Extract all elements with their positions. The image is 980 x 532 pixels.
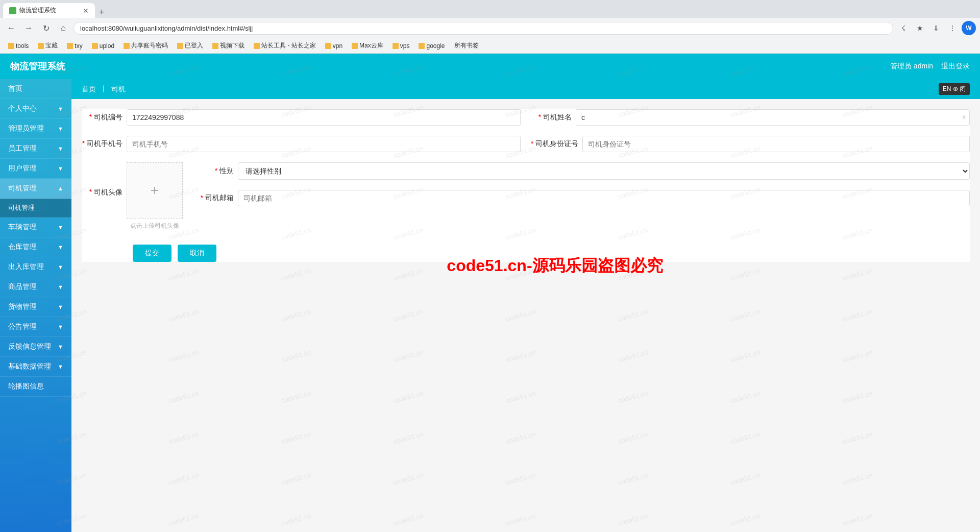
required-star: *	[531, 139, 533, 148]
driver-email-label: * 司机邮箱	[193, 194, 234, 203]
sidebar-item-vehicle-mgmt[interactable]: 车辆管理 ▼	[0, 217, 71, 237]
breadcrumb: 首页 丨 司机 EN ⊕ 闭	[71, 79, 980, 99]
driver-phone-input[interactable]	[127, 136, 521, 152]
active-tab[interactable]: 物流管理系统 ✕	[3, 3, 95, 18]
sidebar-item-inout-mgmt[interactable]: 出入库管理 ▼	[0, 257, 71, 277]
admin-label: 管理员 admin	[890, 62, 933, 71]
home-button[interactable]: ⌂	[56, 21, 70, 35]
bookmark-button[interactable]: ★	[913, 21, 927, 35]
bookmark-uplod[interactable]: uplod	[88, 41, 118, 51]
sidebar-item-personal[interactable]: 个人中心 ▼	[0, 99, 71, 119]
driver-name-input[interactable]	[576, 109, 970, 126]
required-star: *	[82, 139, 85, 148]
sidebar-item-staff-mgmt[interactable]: 员工管理 ▼	[0, 139, 71, 159]
sidebar-item-driver-mgmt-sub[interactable]: 司机管理	[0, 199, 71, 217]
bookmark-folder-icon	[325, 43, 331, 49]
back-button[interactable]: ←	[4, 21, 18, 35]
app-title: 物流管理系统	[10, 60, 65, 72]
header-right: 管理员 admin 退出登录	[890, 62, 970, 71]
driver-phone-label: * 司机手机号	[82, 139, 122, 149]
driver-number-group: * 司机编号	[82, 109, 521, 126]
bookmark-maxcdn[interactable]: Max云库	[348, 40, 387, 52]
plus-icon: +	[151, 182, 159, 199]
bookmark-logged-in[interactable]: 已登入	[173, 40, 207, 52]
sidebar-item-user-mgmt[interactable]: 用户管理 ▼	[0, 159, 71, 179]
refresh-button[interactable]: ↻	[39, 21, 53, 35]
gender-group: * 性别 请选择性别 男 女	[193, 162, 970, 180]
new-tab-button[interactable]: +	[95, 7, 109, 18]
driver-number-input[interactable]	[127, 109, 521, 126]
bookmark-folder-icon	[177, 43, 183, 49]
address-bar[interactable]	[74, 22, 893, 35]
logout-button[interactable]: 退出登录	[941, 62, 970, 71]
clear-icon[interactable]: ☓	[962, 113, 966, 122]
forward-button[interactable]: →	[21, 21, 36, 35]
sidebar-item-feedback-mgmt[interactable]: 反馈信息管理 ▼	[0, 337, 71, 357]
sidebar-item-goods-mgmt[interactable]: 商品管理 ▼	[0, 277, 71, 297]
driver-id-label: * 司机身份证号	[531, 139, 578, 149]
sidebar-item-carousel[interactable]: 轮播图信息	[0, 377, 71, 397]
bookmark-baozang[interactable]: 宝藏	[34, 40, 62, 52]
chevron-down-icon: ▼	[58, 324, 63, 330]
driver-name-group: * 司机姓名 ☓	[531, 109, 970, 126]
bookmark-folder-icon	[8, 43, 14, 49]
breadcrumb-home[interactable]: 首页	[82, 85, 96, 94]
browser-chrome: 物流管理系统 ✕ + ← → ↻ ⌂ ☇ ★ ⇓ ⋮ W tools 宝藏 tx…	[0, 0, 980, 54]
download-button[interactable]: ⇓	[929, 21, 943, 35]
form-section: * 司机编号 * 司机姓名 ☓	[82, 109, 970, 262]
tab-close-button[interactable]: ✕	[83, 7, 89, 15]
sidebar-item-driver-mgmt[interactable]: 司机管理 ▲	[0, 179, 71, 199]
bookmark-folder-icon	[254, 43, 260, 49]
sidebar-item-base-data-mgmt[interactable]: 基础数据管理 ▼	[0, 357, 71, 377]
browser-toolbar: ← → ↻ ⌂ ☇ ★ ⇓ ⋮ W	[0, 18, 980, 38]
bookmark-webmaster[interactable]: 站长工具 - 站长之家	[250, 40, 320, 52]
driver-id-group: * 司机身份证号	[531, 136, 970, 152]
driver-email-input[interactable]	[238, 190, 970, 206]
sidebar-menu: 首页 个人中心 ▼ 管理员管理 ▼ 员工管理 ▼ 用户管理 ▼	[0, 79, 71, 397]
avatar-upload-box[interactable]: +	[127, 162, 183, 219]
profile-button[interactable]: W	[962, 21, 976, 35]
bookmark-shared-password[interactable]: 共享账号密码	[119, 40, 172, 52]
bookmark-folder-icon	[124, 43, 130, 49]
gender-label: * 性别	[193, 166, 234, 176]
bookmark-video-download[interactable]: 视频下载	[208, 40, 249, 52]
bookmark-folder-icon	[92, 43, 98, 49]
driver-email-group: * 司机邮箱	[193, 190, 970, 206]
bookmark-folder-icon	[393, 43, 399, 49]
chevron-down-icon: ▼	[58, 304, 63, 310]
breadcrumb-current: 司机	[111, 85, 126, 94]
bookmark-all[interactable]: 所有书签	[450, 40, 483, 52]
settings-button[interactable]: ⋮	[945, 21, 960, 35]
chevron-down-icon: ▼	[58, 344, 63, 350]
submit-button[interactable]: 提交	[133, 245, 172, 262]
bookmark-folder-icon	[352, 43, 358, 49]
chevron-down-icon: ▼	[58, 165, 63, 172]
content-area: * 司机编号 * 司机姓名 ☓	[71, 99, 980, 532]
sidebar-item-cargo-mgmt[interactable]: 货物管理 ▼	[0, 297, 71, 317]
sidebar-item-announcement-mgmt[interactable]: 公告管理 ▼	[0, 317, 71, 337]
chevron-down-icon: ▼	[58, 284, 63, 290]
bookmark-google[interactable]: google	[414, 41, 449, 51]
lang-button[interactable]: EN ⊕ 闭	[939, 83, 970, 95]
driver-id-input[interactable]	[582, 136, 970, 152]
bookmark-txy[interactable]: txy	[63, 41, 86, 51]
bookmark-tools[interactable]: tools	[4, 41, 33, 51]
toolbar-icons: ☇ ★ ⇓ ⋮ W	[896, 21, 976, 35]
driver-name-label: * 司机姓名	[531, 113, 572, 122]
avatar-label: * 司机头像	[82, 162, 122, 197]
sidebar-item-home[interactable]: 首页	[0, 79, 71, 99]
gender-select[interactable]: 请选择性别 男 女	[238, 162, 970, 180]
bookmark-vpn[interactable]: vpn	[321, 41, 347, 51]
sidebar-item-warehouse-mgmt[interactable]: 仓库管理 ▼	[0, 237, 71, 257]
bookmark-vps[interactable]: vps	[388, 41, 414, 51]
btn-row: 提交 取消	[82, 245, 970, 262]
sidebar-item-admin-mgmt[interactable]: 管理员管理 ▼	[0, 119, 71, 139]
app-wrapper: 首页 个人中心 ▼ 管理员管理 ▼ 员工管理 ▼ 用户管理 ▼	[0, 79, 980, 532]
cancel-button[interactable]: 取消	[178, 245, 216, 262]
breadcrumb-separator: 丨	[100, 85, 107, 94]
required-star: *	[215, 166, 217, 175]
extensions-button[interactable]: ☇	[896, 21, 911, 35]
app-header: 物流管理系统 管理员 admin 退出登录	[0, 54, 980, 79]
bookmark-folder-icon	[419, 43, 425, 49]
chevron-down-icon: ▼	[58, 224, 63, 230]
